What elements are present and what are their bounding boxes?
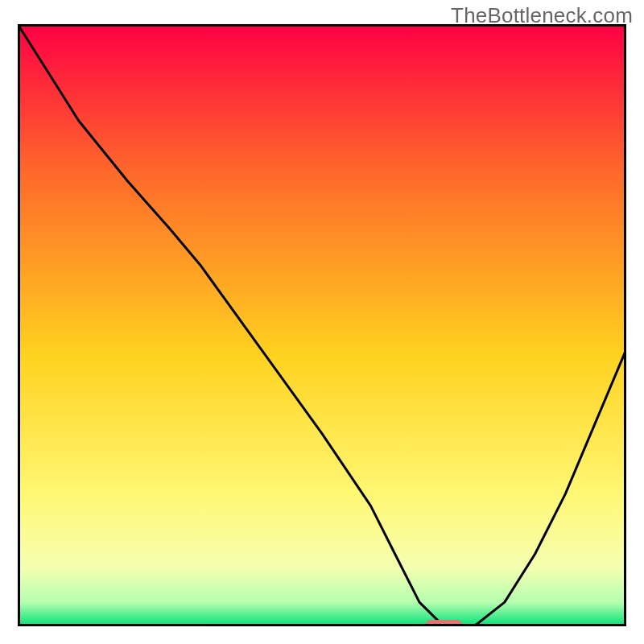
chart-container: TheBottleneck.com xyxy=(0,0,644,644)
plot-border xyxy=(18,24,626,626)
plot-frame xyxy=(18,24,626,626)
watermark-text: TheBottleneck.com xyxy=(451,3,633,28)
